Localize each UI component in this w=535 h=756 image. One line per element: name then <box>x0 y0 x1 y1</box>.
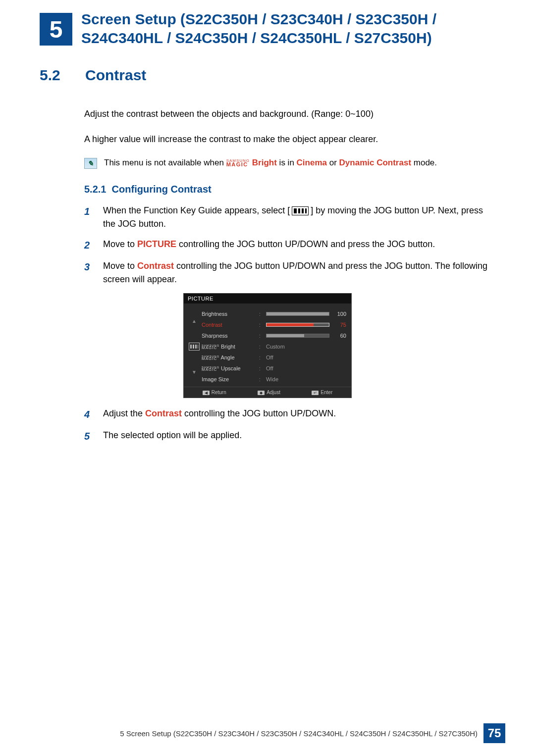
chapter-number-badge: 5 <box>40 13 72 46</box>
osd-row: SAMSUNGMAGIC Bright:Custom <box>202 341 346 352</box>
osd-row-label: Brightness <box>202 311 256 317</box>
section-number: 5.2 <box>40 67 72 84</box>
page-number: 75 <box>483 723 505 743</box>
up-arrow-icon: ▲ <box>192 318 197 324</box>
osd-list: Brightness:100Contrast:75Sharpness:60SAM… <box>202 308 346 385</box>
osd-row: Contrast:75 <box>202 319 346 330</box>
osd-value: 75 <box>332 322 346 328</box>
page-footer: 5 Screen Setup (S22C350H / S23C340H / S2… <box>30 723 505 743</box>
subsection-header: 5.2.1 Configuring Contrast <box>84 184 495 195</box>
osd-row: SAMSUNGMAGIC Angle:Off <box>202 352 346 363</box>
step-number: 1 <box>84 204 95 231</box>
osd-row: Brightness:100 <box>202 308 346 319</box>
osd-value: Wide <box>266 376 329 382</box>
osd-row-label: SAMSUNGMAGIC Upscale <box>202 365 256 371</box>
osd-adjust: ◆Adjust <box>258 390 280 395</box>
osd-row-label: SAMSUNGMAGIC Angle <box>202 354 256 360</box>
section-title: Contrast <box>85 67 146 84</box>
intro-line-1: Adjust the contrast between the objects … <box>84 107 495 121</box>
section-header: 5.2 Contrast <box>40 67 495 84</box>
menu-icon <box>292 206 309 215</box>
osd-value: 100 <box>332 311 346 317</box>
step-number: 2 <box>84 238 95 252</box>
step-2: 2 Move to PICTURE controlling the JOG bu… <box>84 238 495 252</box>
osd-value: Off <box>266 365 329 371</box>
osd-row-label: Sharpness <box>202 333 256 339</box>
osd-slider <box>266 334 329 338</box>
osd-return: ◀Return <box>203 390 226 395</box>
chapter-header: 5 Screen Setup (S22C350H / S23C340H / S2… <box>40 10 495 47</box>
osd-enter: ↵Enter <box>312 390 332 395</box>
osd-row: SAMSUNGMAGIC Upscale:Off <box>202 363 346 374</box>
osd-value: Off <box>266 354 329 360</box>
note-icon: ✎ <box>84 158 97 169</box>
note-block: ✎ This menu is not available when SAMSUN… <box>84 158 495 169</box>
footer-text: 5 Screen Setup (S22C350H / S23C340H / S2… <box>120 729 478 738</box>
samsung-magic-icon: SAMSUNG MAGIC <box>226 159 250 167</box>
osd-row-label: Image Size <box>202 376 256 382</box>
chapter-title: Screen Setup (S22C350H / S23C340H / S23C… <box>81 10 495 47</box>
step-1: 1 When the Function Key Guide appears, s… <box>84 204 495 231</box>
intro-line-2: A higher value will increase the contras… <box>84 133 495 146</box>
osd-row: Sharpness:60 <box>202 330 346 341</box>
osd-row-label: Contrast <box>202 322 256 328</box>
osd-title: PICTURE <box>184 294 351 303</box>
osd-row: Image Size:Wide <box>202 374 346 385</box>
step-number: 5 <box>84 429 95 444</box>
picture-category-icon <box>189 343 200 351</box>
osd-screenshot: PICTURE ▲ ▼ Brightness:100Contrast:75Sha… <box>183 293 352 398</box>
osd-value: Custom <box>266 344 329 350</box>
osd-footer: ◀Return ◆Adjust ↵Enter <box>184 387 351 398</box>
osd-slider <box>266 312 329 316</box>
step-4: 4 Adjust the Contrast controlling the JO… <box>84 407 495 422</box>
step-number: 3 <box>84 259 95 286</box>
step-3: 3 Move to Contrast controlling the JOG b… <box>84 259 495 286</box>
osd-row-label: SAMSUNGMAGIC Bright <box>202 344 256 350</box>
step-5: 5 The selected option will be applied. <box>84 429 495 444</box>
down-arrow-icon: ▼ <box>192 369 197 375</box>
step-number: 4 <box>84 407 95 422</box>
osd-value: 60 <box>332 333 346 339</box>
osd-slider <box>266 323 329 327</box>
note-text: This menu is not available when SAMSUNG … <box>104 158 437 168</box>
